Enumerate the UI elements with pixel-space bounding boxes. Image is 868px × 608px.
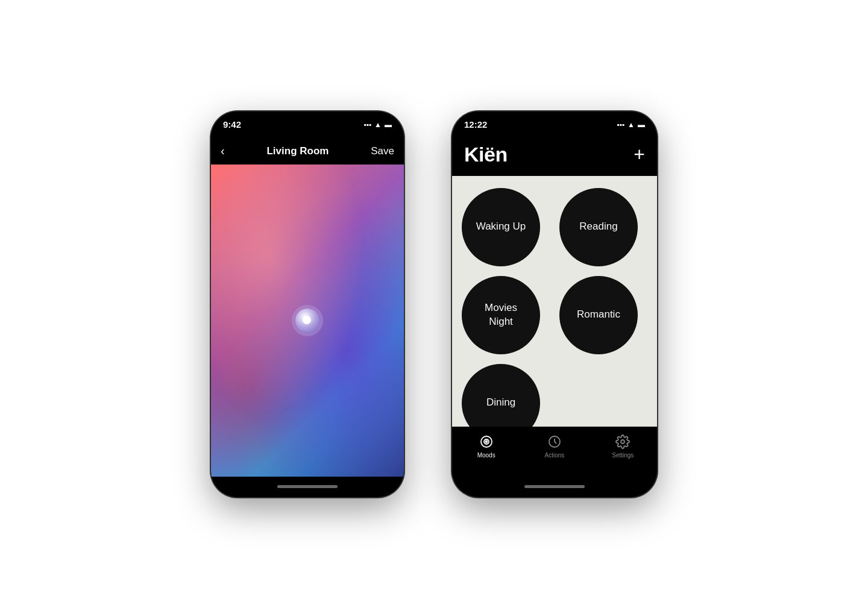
right-time: 12:22 [464,119,487,130]
app-header: Kiën + [452,138,657,176]
right-status-icons: ▪▪▪ ▲ ▬ [617,121,645,129]
mood-reading[interactable]: Reading [559,188,638,266]
left-phone: 9:42 ▪▪▪ ▲ ▬ ‹ Living Room Save [211,111,404,497]
tab-settings-label: Settings [612,452,634,459]
tab-actions[interactable]: Actions [533,434,576,459]
tab-moods[interactable]: Moods [465,434,508,459]
color-handle[interactable] [295,309,319,333]
left-status-bar: 9:42 ▪▪▪ ▲ ▬ [211,111,404,138]
mood-dining[interactable]: Dining [462,364,540,427]
right-home-indicator [524,485,585,488]
app-title: Kiën [464,143,508,166]
save-button[interactable]: Save [371,145,394,157]
mood-movies-night[interactable]: MoviesNight [462,276,540,354]
signal-icon: ▪▪▪ [363,121,371,129]
actions-icon [547,434,562,450]
right-bottom-bar [452,477,657,497]
home-indicator [277,485,338,488]
color-picker[interactable] [211,165,404,477]
bottom-bar [211,477,404,497]
moods-content: Waking Up Reading MoviesNight Romantic D… [452,176,657,427]
wifi-icon: ▲ [627,121,635,129]
left-nav-bar: ‹ Living Room Save [211,138,404,165]
battery-icon: ▬ [385,121,392,129]
battery-icon: ▬ [638,121,645,129]
tab-bar: Moods Actions Settings [452,427,657,477]
mood-romantic[interactable]: Romantic [559,276,638,354]
nav-title: Living Room [266,145,329,157]
mood-waking-up[interactable]: Waking Up [462,188,540,266]
back-button[interactable]: ‹ [221,144,225,158]
right-phone: 12:22 ▪▪▪ ▲ ▬ Kiën + Waking Up Reading M… [452,111,657,497]
tab-moods-label: Moods [477,452,495,459]
wifi-icon: ▲ [374,121,382,129]
moods-grid: Waking Up Reading MoviesNight Romantic D… [462,188,647,427]
right-status-bar: 12:22 ▪▪▪ ▲ ▬ [452,111,657,138]
moods-icon [479,434,494,450]
left-status-icons: ▪▪▪ ▲ ▬ [363,121,392,129]
settings-icon [615,434,631,450]
add-button[interactable]: + [634,145,645,164]
tab-actions-label: Actions [545,452,565,459]
left-time: 9:42 [223,119,241,130]
tab-settings[interactable]: Settings [602,434,644,459]
svg-point-4 [621,440,624,443]
svg-point-2 [485,440,487,442]
signal-icon: ▪▪▪ [617,121,624,129]
